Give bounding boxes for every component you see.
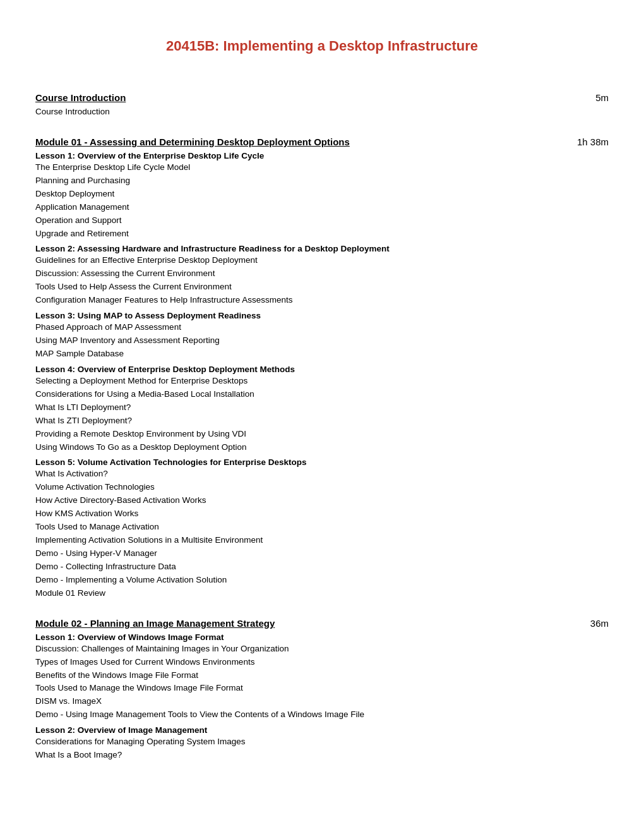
course-intro-duration: 5m bbox=[595, 92, 609, 103]
module01-lesson4-title: Lesson 4: Overview of Enterprise Desktop… bbox=[35, 365, 609, 374]
list-item: Selecting a Deployment Method for Enterp… bbox=[35, 375, 609, 388]
module01-header: Module 01 - Assessing and Determining De… bbox=[35, 136, 609, 147]
list-item: Implementing Activation Solutions in a M… bbox=[35, 534, 609, 547]
list-item: Configuration Manager Features to Help I… bbox=[35, 294, 609, 307]
module01-lesson3-title: Lesson 3: Using MAP to Assess Deployment… bbox=[35, 311, 609, 320]
module01-duration: 1h 38m bbox=[577, 136, 609, 147]
list-item: Demo - Using Image Management Tools to V… bbox=[35, 708, 609, 722]
list-item: MAP Sample Database bbox=[35, 348, 609, 361]
list-item: Types of Images Used for Current Windows… bbox=[35, 656, 609, 669]
list-item: Tools Used to Help Assess the Current En… bbox=[35, 281, 609, 294]
list-item: Application Management bbox=[35, 201, 609, 214]
list-item: Considerations for Managing Operating Sy… bbox=[35, 735, 609, 749]
list-item: Demo - Using Hyper-V Manager bbox=[35, 547, 609, 560]
module02-title: Module 02 - Planning an Image Management… bbox=[35, 618, 275, 629]
course-intro-header: Course Introduction 5m bbox=[35, 92, 609, 103]
list-item: What Is Activation? bbox=[35, 468, 609, 481]
list-item: What Is a Boot Image? bbox=[35, 749, 609, 762]
list-item: Planning and Purchasing bbox=[35, 174, 609, 188]
list-item: Volume Activation Technologies bbox=[35, 481, 609, 494]
list-item: Tools Used to Manage the Windows Image F… bbox=[35, 682, 609, 695]
module01-lesson2-title: Lesson 2: Assessing Hardware and Infrast… bbox=[35, 244, 609, 253]
list-item: DISM vs. ImageX bbox=[35, 695, 609, 708]
list-item: What Is ZTI Deployment? bbox=[35, 414, 609, 428]
list-item: Benefits of the Windows Image File Forma… bbox=[35, 669, 609, 682]
list-item: Tools Used to Manage Activation bbox=[35, 521, 609, 534]
list-item: Module 01 Review bbox=[35, 587, 609, 600]
module02-duration: 36m bbox=[590, 618, 609, 629]
list-item: Upgrade and Retirement bbox=[35, 227, 609, 241]
module02-header: Module 02 - Planning an Image Management… bbox=[35, 618, 609, 629]
list-item: The Enterprise Desktop Life Cycle Model bbox=[35, 161, 609, 174]
module01-lessons: Lesson 1: Overview of the Enterprise Des… bbox=[35, 151, 609, 600]
list-item: Guidelines for an Effective Enterprise D… bbox=[35, 254, 609, 267]
module02-lesson1-title: Lesson 1: Overview of Windows Image Form… bbox=[35, 632, 609, 642]
list-item: Using Windows To Go as a Desktop Deploym… bbox=[35, 441, 609, 454]
list-item: Discussion: Assessing the Current Enviro… bbox=[35, 267, 609, 281]
module02-section: Module 02 - Planning an Image Management… bbox=[35, 618, 609, 762]
module01-title: Module 01 - Assessing and Determining De… bbox=[35, 136, 350, 147]
module01-section: Module 01 - Assessing and Determining De… bbox=[35, 136, 609, 600]
list-item: Phased Approach of MAP Assessment bbox=[35, 321, 609, 334]
list-item: Considerations for Using a Media-Based L… bbox=[35, 388, 609, 401]
list-item: Demo - Collecting Infrastructure Data bbox=[35, 560, 609, 574]
list-item: Desktop Deployment bbox=[35, 188, 609, 201]
module01-lesson5-title: Lesson 5: Volume Activation Technologies… bbox=[35, 457, 609, 467]
course-intro-section: Course Introduction 5m Course Introducti… bbox=[35, 92, 609, 119]
list-item: Using MAP Inventory and Assessment Repor… bbox=[35, 334, 609, 348]
module01-lesson1-title: Lesson 1: Overview of the Enterprise Des… bbox=[35, 151, 609, 160]
list-item: Operation and Support bbox=[35, 214, 609, 227]
list-item: Providing a Remote Desktop Environment b… bbox=[35, 428, 609, 441]
page-title: 20415B: Implementing a Desktop Infrastru… bbox=[35, 38, 609, 54]
list-item: What Is LTI Deployment? bbox=[35, 401, 609, 414]
list-item: Discussion: Challenges of Maintaining Im… bbox=[35, 643, 609, 656]
course-intro-title: Course Introduction bbox=[35, 92, 126, 103]
list-item: How KMS Activation Works bbox=[35, 507, 609, 521]
list-item: How Active Directory-Based Activation Wo… bbox=[35, 494, 609, 507]
module02-lessons: Lesson 1: Overview of Windows Image Form… bbox=[35, 632, 609, 762]
course-intro-item: Course Introduction bbox=[35, 106, 609, 119]
module02-lesson2-title: Lesson 2: Overview of Image Management bbox=[35, 725, 609, 735]
list-item: Demo - Implementing a Volume Activation … bbox=[35, 574, 609, 587]
